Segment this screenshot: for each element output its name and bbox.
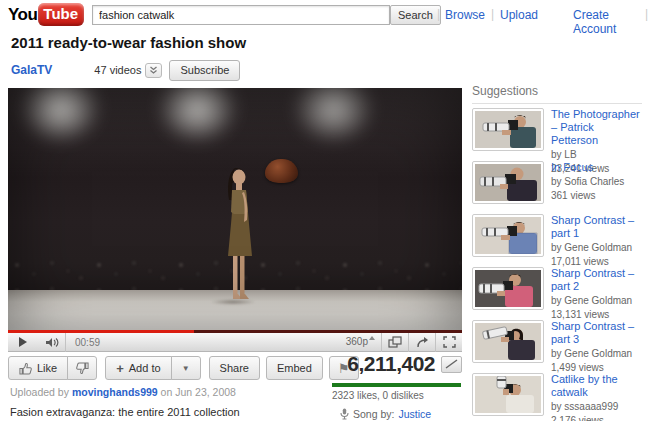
suggestion-item[interactable]: The Photographer – Patrick Petterson by … [472,108,642,151]
stats-graph-icon [445,359,458,369]
suggestion-title[interactable]: The Photographer – Patrick Petterson [551,108,642,147]
share-button[interactable]: Share [209,356,260,380]
add-to-dropdown-button[interactable]: ▼ [171,356,201,380]
caret-down-icon: ▼ [182,364,190,373]
suggestion-author: by Gene Goldman [551,294,642,307]
suggestion-title[interactable]: Sharp Contrast – part 3 [551,320,642,346]
volume-button[interactable] [38,333,66,352]
video-thumbnail[interactable] [472,320,544,363]
header-divider: | [645,7,648,21]
quality-selector[interactable]: 360p [340,333,381,352]
header-divider: | [437,7,440,21]
video-thumbnail[interactable] [472,267,544,310]
statistics-button[interactable] [441,356,462,373]
nav-browse-link[interactable]: Browse [445,8,485,22]
fullscreen-button[interactable] [435,333,462,352]
add-to-group: + Add to ▼ [105,356,200,380]
suggestion-title[interactable]: In Focus [551,161,642,174]
suggestion-text: Sharp Contrast – part 1 by Gene Goldman … [551,214,642,257]
video-thumbnail[interactable] [472,108,544,151]
suggestions-list: The Photographer – Patrick Petterson by … [472,108,642,421]
play-icon [19,337,27,347]
dislike-button[interactable] [67,356,97,380]
song-attribution-row: Song by: Justice [340,408,462,420]
suggestion-author: by Gene Goldman [551,241,642,254]
elapsed-time: 00:59 [66,337,100,348]
suggestion-author: by Sofia Charles [551,175,642,188]
suggestion-title[interactable]: Sharp Contrast – part 1 [551,214,642,240]
fullscreen-icon [443,336,456,348]
uploaded-suffix: on Jun 23, 2008 [161,386,236,398]
video-player: 00:59 360p [8,88,462,352]
suggestions-sidebar: Suggestions [472,84,642,421]
double-chevron-down-icon [149,66,158,75]
views-row: 6,211,402 [332,352,462,376]
suggestion-item[interactable]: Sharp Contrast – part 1 by Gene Goldman … [472,214,642,257]
suggestion-item[interactable]: Sharp Contrast – part 3 by Gene Goldman … [472,320,642,363]
embed-button[interactable]: Embed [266,356,323,380]
add-to-button[interactable]: + Add to [105,356,171,380]
suggestion-text: Sharp Contrast – part 2 by Gene Goldman … [551,267,642,310]
player-controls: 00:59 360p [8,333,462,352]
youtube-logo[interactable]: You Tube [8,3,84,26]
channel-link[interactable]: GalaTV [11,63,52,77]
suggestion-item[interactable]: In Focus by Sofia Charles 361 views [472,161,642,204]
video-thumbnail[interactable] [472,373,544,416]
expand-player-button[interactable] [408,333,435,352]
curved-arrow-icon [416,336,429,348]
byline-row: GalaTV 47 videos Subscribe [11,59,462,81]
seek-bar[interactable] [8,330,462,333]
suggestion-title[interactable]: Catlike by the catwalk [551,373,642,399]
add-to-button-label: Add to [129,362,161,374]
header-divider: | [491,7,494,21]
suggestion-author: by LB [551,148,642,161]
view-count: 6,211,402 [347,352,435,376]
like-dislike-group: Like [8,356,97,380]
suggestion-item[interactable]: Sharp Contrast – part 2 by Gene Goldman … [472,267,642,310]
logo-tube-badge: Tube [38,3,84,26]
speaker-icon [45,337,59,348]
video-viewport[interactable] [8,88,462,330]
quality-caret-icon [369,336,375,340]
seek-bar-played [8,330,194,333]
youtube-watch-page: You Tube Search | Browse | Upload Create… [0,0,650,421]
song-artist-link[interactable]: Justice [398,408,431,420]
masthead: You Tube Search | Browse | Upload Create… [0,0,650,30]
suggestion-text: The Photographer – Patrick Petterson by … [551,108,642,151]
video-title: 2011 ready-to-wear fashion show [11,34,462,51]
suggestion-views: 2,176 views [551,414,642,421]
view-stats-block: 6,211,402 2323 likes, 0 dislikes Song by… [332,352,462,421]
video-thumbnail[interactable] [472,214,544,257]
video-thumbnail[interactable] [472,161,544,204]
search-input[interactable] [92,5,390,25]
overlapping-frames-icon [388,336,402,348]
likes-ratio-bar [332,383,461,387]
suggestion-text: Catlike by the catwalk by sssaaaa999 2,1… [551,373,642,416]
suggestion-item[interactable]: Catlike by the catwalk by sssaaaa999 2,1… [472,373,642,416]
microphone-icon [340,408,349,420]
channel-video-count: 47 videos [94,64,141,76]
nav-upload-link[interactable]: Upload [500,8,538,22]
like-button[interactable]: Like [8,356,68,380]
popout-player-button[interactable] [381,333,408,352]
thumbs-up-icon [19,362,32,375]
playlist-expand-button[interactable] [145,63,162,78]
create-account-link[interactable]: Create Account [573,8,650,36]
subscribe-button[interactable]: Subscribe [169,60,240,81]
suggestion-author: by Gene Goldman [551,347,642,360]
logo-you-text: You [8,5,37,25]
suggestion-text: Sharp Contrast – part 3 by Gene Goldman … [551,320,642,363]
search-button[interactable]: Search [390,5,441,25]
flying-accessory [265,159,298,183]
suggestion-text: In Focus by Sofia Charles 361 views [551,161,642,204]
suggestion-title[interactable]: Sharp Contrast – part 2 [551,267,642,293]
fashion-model [214,166,262,306]
play-button[interactable] [8,333,38,352]
suggestion-views: 361 views [551,189,642,202]
quality-label: 360p [346,336,368,347]
likes-dislikes-text: 2323 likes, 0 dislikes [332,390,462,401]
uploader-link[interactable]: movinghands999 [72,386,158,398]
song-by-label: Song by: [353,408,394,420]
suggestion-author: by sssaaaa999 [551,400,642,413]
uploaded-prefix: Uploaded by [10,386,69,398]
